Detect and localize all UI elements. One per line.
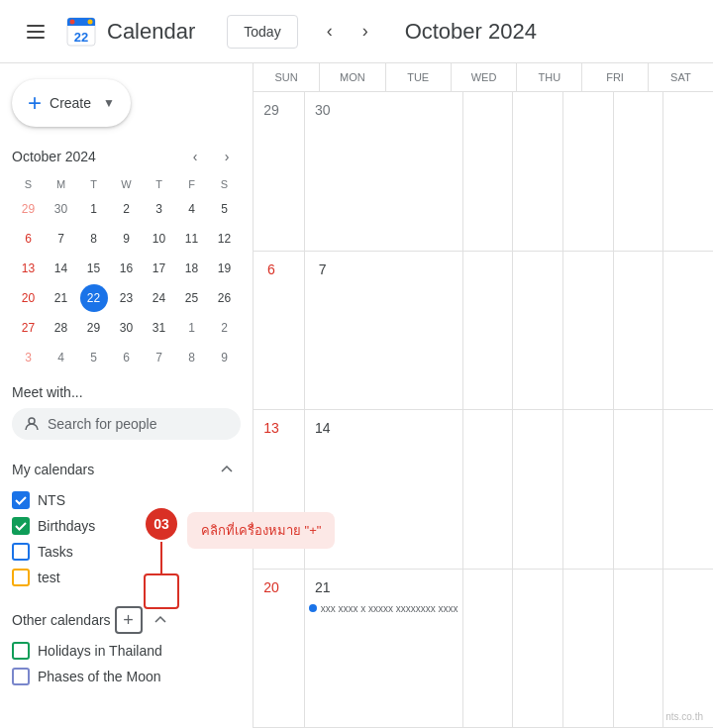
grid-cell-oct17[interactable] (562, 410, 613, 570)
mini-day-26[interactable]: 26 (211, 284, 239, 312)
day-number (567, 414, 595, 442)
mini-day-27[interactable]: 27 (15, 314, 43, 342)
day-number (618, 96, 646, 124)
mini-day-8[interactable]: 8 (80, 225, 108, 253)
grid-cell-oct6[interactable]: 6 (254, 252, 304, 411)
mini-day-23[interactable]: 23 (113, 284, 141, 312)
mini-day-14[interactable]: 14 (48, 255, 75, 282)
mini-day-1[interactable]: 1 (80, 195, 108, 223)
grid-cell-oct1[interactable] (462, 92, 513, 252)
grid-cell-oct19[interactable] (662, 410, 713, 570)
mini-day-25[interactable]: 25 (178, 284, 206, 312)
mini-day-30[interactable]: 30 (113, 314, 141, 342)
mini-day-3[interactable]: 3 (146, 195, 173, 223)
calendar-item-moon[interactable]: Phases of the Moon (12, 664, 241, 689)
day-number (517, 573, 545, 601)
grid-cell-oct9[interactable] (512, 252, 562, 411)
grid-cell-oct5[interactable] (662, 92, 713, 252)
mini-day-4[interactable]: 4 (178, 195, 206, 223)
grid-cell-oct8[interactable] (462, 252, 513, 411)
mini-day-7[interactable]: 7 (48, 225, 75, 253)
other-calendars-title: Other calendars (12, 612, 111, 628)
svg-rect-1 (27, 31, 45, 33)
mini-prev-button[interactable]: ‹ (181, 143, 209, 170)
moon-checkbox (12, 668, 30, 685)
grid-cell-oct22[interactable] (462, 570, 513, 729)
day-number: 6 (257, 256, 285, 283)
grid-cell-oct10[interactable] (562, 252, 613, 411)
day-number: 13 (257, 414, 285, 442)
mini-day-17[interactable]: 17 (146, 255, 173, 282)
mini-day-29-sep[interactable]: 29 (15, 195, 43, 223)
mini-day-29[interactable]: 29 (80, 314, 108, 342)
svg-point-10 (29, 418, 35, 424)
mini-day-6[interactable]: 6 (15, 225, 43, 253)
mini-day-5-nov[interactable]: 5 (80, 344, 108, 371)
mini-day-11[interactable]: 11 (178, 225, 206, 253)
mini-day-3-nov[interactable]: 3 (15, 344, 43, 371)
mini-day-18[interactable]: 18 (178, 255, 206, 282)
day-number: 29 (257, 96, 285, 124)
grid-cell-oct26[interactable] (662, 570, 713, 729)
grid-cell-oct11[interactable] (613, 252, 663, 411)
mini-day-2[interactable]: 2 (113, 195, 141, 223)
mini-day-1-nov[interactable]: 1 (178, 314, 206, 342)
mini-day-19[interactable]: 19 (211, 255, 239, 282)
mini-day-28[interactable]: 28 (48, 314, 75, 342)
mini-day-30-sep[interactable]: 30 (48, 195, 75, 223)
mini-day-4-nov[interactable]: 4 (48, 344, 75, 371)
next-month-button[interactable]: › (350, 16, 381, 48)
grid-cell-oct2[interactable] (512, 92, 562, 252)
menu-button[interactable] (16, 12, 55, 52)
app-header: 22 Calendar Today ‹ › October 2024 (0, 0, 713, 63)
col-fri: FRI (581, 63, 647, 91)
search-people-input[interactable]: Search for people (12, 408, 241, 440)
prev-month-button[interactable]: ‹ (314, 16, 346, 48)
mini-day-6-nov[interactable]: 6 (113, 344, 141, 371)
grid-cell-oct16[interactable] (512, 410, 562, 570)
grid-cell-oct15[interactable] (462, 410, 513, 570)
mini-day-24[interactable]: 24 (146, 284, 173, 312)
grid-cell-oct18[interactable] (613, 410, 663, 570)
day-number (517, 256, 545, 283)
calendar-item-holidays[interactable]: Holidays in Thailand (12, 638, 241, 664)
today-button[interactable]: Today (227, 15, 297, 49)
mini-day-21[interactable]: 21 (48, 284, 75, 312)
mini-day-8-nov[interactable]: 8 (178, 344, 206, 371)
day-number (467, 414, 495, 442)
grid-cell-sep30[interactable]: 30 (304, 92, 462, 252)
my-calendars-collapse-button[interactable] (213, 456, 241, 483)
watermark: nts.co.th (665, 711, 703, 722)
other-calendars-collapse-button[interactable] (147, 606, 174, 634)
mini-day-22[interactable]: 22 (80, 284, 108, 312)
grid-cell-oct12[interactable] (662, 252, 713, 411)
mini-day-31[interactable]: 31 (146, 314, 173, 342)
grid-cell-oct25[interactable] (613, 570, 663, 729)
grid-cell-oct4[interactable] (613, 92, 663, 252)
mini-day-20[interactable]: 20 (15, 284, 43, 312)
mini-day-2-nov[interactable]: 2 (211, 314, 239, 342)
mini-day-5[interactable]: 5 (211, 195, 239, 223)
day-number: 14 (309, 414, 337, 442)
mini-day-15[interactable]: 15 (80, 255, 108, 282)
mini-day-16[interactable]: 16 (113, 255, 141, 282)
grid-cell-oct3[interactable] (562, 92, 613, 252)
day-header-t2: T (143, 174, 175, 194)
mini-day-13[interactable]: 13 (15, 255, 43, 282)
mini-day-7-nov[interactable]: 7 (146, 344, 173, 371)
mini-next-button[interactable]: › (213, 143, 241, 170)
create-button[interactable]: + Create ▼ (12, 79, 131, 127)
mini-day-12[interactable]: 12 (211, 225, 239, 253)
mini-day-9-nov[interactable]: 9 (211, 344, 239, 371)
mini-calendar: October 2024 ‹ › S M T W T F S 29 30 1 2… (0, 143, 253, 372)
chevron-up-icon-2 (153, 612, 168, 628)
mini-day-10[interactable]: 10 (146, 225, 173, 253)
test-label: test (38, 570, 60, 585)
grid-cell-oct24[interactable] (562, 570, 613, 729)
mini-day-9[interactable]: 9 (113, 225, 141, 253)
grid-cell-oct23[interactable] (512, 570, 562, 729)
grid-cell-sep29[interactable]: 29 (254, 92, 304, 252)
grid-cell-oct7[interactable]: 7 (304, 252, 462, 411)
add-calendar-button[interactable]: + (115, 606, 143, 634)
other-calendars-items: Holidays in Thailand Phases of the Moon (0, 638, 253, 689)
